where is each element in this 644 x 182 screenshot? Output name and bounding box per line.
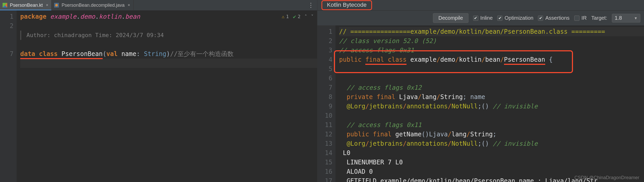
right-editor[interactable]: 1 2 3 4 5 6 7 8 9 10 11 12 13 14 15 16 1…: [317, 25, 644, 182]
bytecode-toolbar: Decompile Inline Optimization Assertions…: [317, 10, 644, 25]
up-arrow-icon[interactable]: ˄: [305, 12, 307, 21]
target-select[interactable]: 1.8 ▼: [612, 14, 640, 23]
tab-kt-file[interactable]: PsersonBean.kt ×: [0, 0, 52, 10]
assertions-checkbox[interactable]: Assertions: [538, 15, 569, 21]
ir-checkbox[interactable]: IR: [574, 15, 587, 21]
watermark: CSDN @ChinaDragonDreamer: [575, 175, 639, 180]
check-icon: ✔: [293, 12, 296, 21]
tab-decompiled-file[interactable]: PsersonBean.decompiled.java ×: [52, 0, 134, 10]
close-icon[interactable]: ×: [128, 3, 130, 8]
gutter: 1 2 7: [0, 10, 17, 182]
close-icon[interactable]: ×: [46, 3, 48, 8]
target-label: Target:: [591, 15, 607, 21]
java-file-icon: [54, 3, 59, 8]
left-tabbar: PsersonBean.kt × PsersonBean.decompiled.…: [0, 0, 317, 10]
doc-comment: Author: chinadragon Time: 2024/3/7 09:34: [20, 31, 317, 40]
inline-checkbox[interactable]: Inline: [473, 15, 493, 21]
more-icon[interactable]: ⋮: [304, 2, 317, 9]
gutter: 1 2 3 4 5 6 7 8 9 10 11 12 13 14 15 16 1…: [317, 25, 335, 182]
code-area[interactable]: ⚠1 ✔2 ˄ ˅ package example.demo.kotlin.be…: [17, 10, 317, 182]
kotlin-file-icon: [3, 3, 7, 8]
bytecode-title-box: Kotlin Bytecode: [321, 0, 372, 10]
down-arrow-icon[interactable]: ˅: [311, 12, 313, 21]
warning-icon: ⚠: [282, 12, 284, 21]
tab-label: PsersonBean.decompiled.java: [61, 3, 124, 8]
optimization-checkbox[interactable]: Optimization: [497, 15, 533, 21]
right-panel-title: Kotlin Bytecode: [317, 0, 644, 10]
tab-label: PsersonBean.kt: [10, 3, 43, 8]
annotation-box: [334, 50, 573, 73]
svg-point-4: [55, 4, 58, 6]
decompile-button[interactable]: Decompile: [433, 13, 468, 23]
left-editor[interactable]: 1 2 7 ⚠1 ✔2 ˄ ˅ package example.demo.kot…: [0, 10, 317, 182]
inspection-widget[interactable]: ⚠1 ✔2 ˄ ˅: [282, 12, 313, 21]
code-area[interactable]: // ================example/demo/kotlin/b…: [335, 25, 644, 182]
chevron-down-icon: ▼: [634, 16, 638, 20]
